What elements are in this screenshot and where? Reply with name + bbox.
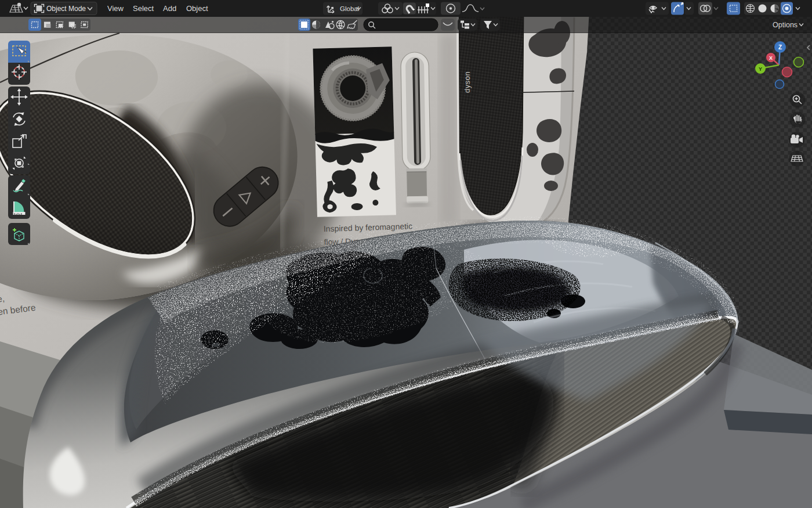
svg-text:Z: Z (778, 44, 782, 51)
svg-text:Y: Y (759, 66, 762, 72)
svg-text:Object: Object (186, 4, 208, 13)
svg-text:dyson: dyson (463, 71, 472, 93)
svg-text:Options: Options (773, 21, 798, 29)
svg-text:X: X (769, 55, 773, 61)
svg-text:Global: Global (340, 5, 359, 12)
svg-text:Select: Select (133, 4, 154, 13)
svg-text:View: View (107, 4, 124, 13)
svg-text:Object Mode: Object Mode (46, 5, 86, 13)
svg-text:Add: Add (163, 4, 176, 13)
